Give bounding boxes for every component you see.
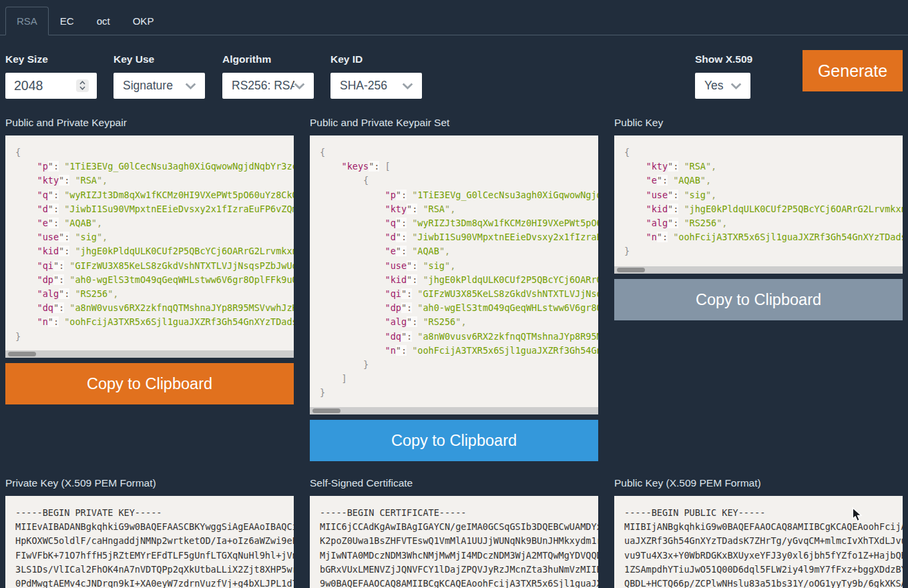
section-title-keypair: Public and Private Keypair xyxy=(5,117,294,129)
code-block-keypair: { "p": "1TiE3EVg_G0lCecNsu3agh0XiGqwowNg… xyxy=(5,135,294,358)
copy-keypair-button[interactable]: Copy to Clipboard xyxy=(5,363,294,404)
show-x509-label: Show X.509 xyxy=(695,53,752,65)
section-title-certificate: Self-Signed Certificate xyxy=(310,478,598,489)
tab-okp[interactable]: OKP xyxy=(122,7,166,35)
tab-rsa[interactable]: RSA xyxy=(5,7,49,35)
key-use-value: Signature xyxy=(123,79,173,93)
generator-controls: Key Size2048 Key UseSignature AlgorithmR… xyxy=(0,35,908,119)
algorithm-select[interactable]: RS256: RSASSA-PKCS1-v1_5 using SHA-256 xyxy=(222,73,314,99)
code-block-public-key-pem: -----BEGIN PUBLIC KEY----- MIIBIjANBgkqh… xyxy=(614,496,903,588)
key-id-select[interactable]: SHA-256 xyxy=(330,73,422,99)
chevron-down-icon xyxy=(185,83,196,89)
section-keypair: Public and Private Keypair { "p": "1TiE3… xyxy=(5,119,294,404)
code-block-certificate: -----BEGIN CERTIFICATE----- MIIC6jCCAdKg… xyxy=(310,496,598,588)
spinner-up-icon xyxy=(79,81,85,85)
section-title-public-key: Public Key xyxy=(614,117,903,129)
key-size-input[interactable]: 2048 xyxy=(5,73,97,99)
key-id-label: Key ID xyxy=(330,53,363,65)
horizontal-scrollbar[interactable] xyxy=(5,350,294,358)
tab-ec[interactable]: EC xyxy=(49,7,85,35)
key-id-value: SHA-256 xyxy=(340,79,387,93)
show-x509-value: Yes xyxy=(704,79,724,93)
horizontal-scrollbar[interactable] xyxy=(310,407,598,414)
section-title-private-key-pem: Private Key (X.509 PEM Format) xyxy=(5,478,294,489)
section-certificate: Self-Signed Certificate -----BEGIN CERTI… xyxy=(310,479,598,588)
number-spinner[interactable] xyxy=(76,79,89,92)
generate-button[interactable]: Generate xyxy=(803,50,903,91)
section-public-key: Public Key { "kty": "RSA", "e": "AQAB", … xyxy=(614,119,903,320)
scrollbar-thumb[interactable] xyxy=(617,268,645,272)
section-title-public-key-pem: Public Key (X.509 PEM Format) xyxy=(614,478,903,489)
code-block-private-key-pem: -----BEGIN PRIVATE KEY----- MIIEvAIBADAN… xyxy=(5,496,294,588)
chevron-down-icon xyxy=(402,83,413,89)
key-use-label: Key Use xyxy=(114,53,154,65)
chevron-down-icon xyxy=(730,83,742,89)
algorithm-label: Algorithm xyxy=(222,53,271,65)
key-size-value: 2048 xyxy=(14,78,43,93)
section-public-key-pem: Public Key (X.509 PEM Format) -----BEGIN… xyxy=(614,479,903,588)
algorithm-value: RS256: RSASSA-PKCS1-v1_5 using SHA-256 xyxy=(232,79,294,93)
spinner-down-icon xyxy=(79,86,85,90)
code-block-keypair-set: { "keys": [ { "p": "1TiE3EVg_G0lCecNsu3a… xyxy=(310,135,598,414)
copy-public-key-button[interactable]: Copy to Clipboard xyxy=(614,279,903,320)
key-size-label: Key Size xyxy=(5,53,48,65)
tab-oct[interactable]: oct xyxy=(85,7,122,35)
key-use-select[interactable]: Signature xyxy=(114,73,205,99)
copy-keypair-set-button[interactable]: Copy to Clipboard xyxy=(310,420,598,461)
tab-bar: RSA EC oct OKP xyxy=(0,7,908,35)
scrollbar-thumb[interactable] xyxy=(312,408,340,413)
output-grid: Public and Private Keypair { "p": "1TiE3… xyxy=(5,119,903,588)
show-x509-select[interactable]: Yes xyxy=(695,73,750,99)
section-private-key-pem: Private Key (X.509 PEM Format) -----BEGI… xyxy=(5,479,294,588)
scrollbar-thumb[interactable] xyxy=(8,352,36,356)
code-block-public-key: { "kty": "RSA", "e": "AQAB", "use": "sig… xyxy=(614,135,903,274)
section-keypair-set: Public and Private Keypair Set { "keys":… xyxy=(310,119,598,461)
section-title-keypair-set: Public and Private Keypair Set xyxy=(310,117,598,129)
chevron-down-icon xyxy=(294,83,305,89)
horizontal-scrollbar[interactable] xyxy=(614,266,903,274)
